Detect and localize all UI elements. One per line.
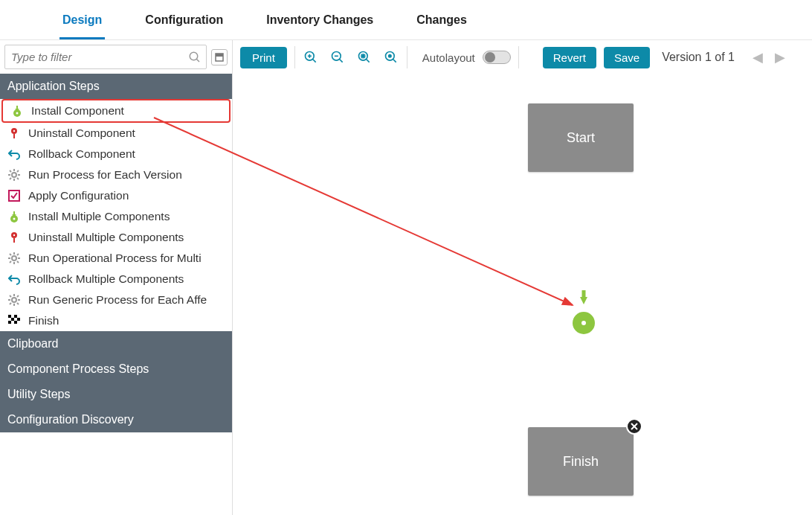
gear-icon [7,252,21,265]
svg-point-37 [12,298,16,302]
svg-line-16 [10,170,11,172]
step-label: Uninstall Multiple Components [28,231,184,244]
node-delete-button[interactable] [626,418,642,435]
node-finish[interactable]: Finish [528,427,634,496]
app-root: Design Configuration Inventory Changes C… [0,0,812,515]
version-nav: ◀ ▶ [753,49,785,65]
step-label: Run Process for Each Version [28,168,182,182]
svg-line-1 [196,59,199,62]
step-label: Install Multiple Components [28,210,170,223]
zoom-out-icon[interactable] [329,49,346,65]
svg-point-5 [16,112,19,115]
step-rollback-component[interactable]: Rollback Component [0,144,232,164]
canvas-toolbar: Print Autolayout [233,40,812,74]
version-label: Version 1 of 1 [662,51,735,64]
svg-line-66 [393,60,396,63]
tab-inventory-changes[interactable]: Inventory Changes [263,7,376,39]
uninstall-icon [7,127,21,140]
step-run-generic-process[interactable]: Run Generic Process for Each Affe [0,290,232,310]
tab-configuration[interactable]: Configuration [142,7,226,39]
section-utility-steps[interactable]: Utility Steps [0,382,232,407]
design-canvas[interactable]: Print Autolayout [233,40,812,515]
svg-point-67 [389,55,391,57]
install-icon [7,210,21,223]
svg-rect-51 [14,321,17,324]
svg-line-33 [10,254,11,255]
step-run-operational-process[interactable]: Run Operational Process for Multi [0,248,232,269]
version-prev-icon[interactable]: ◀ [753,49,763,65]
section-configuration-discovery[interactable]: Configuration Discovery [0,407,232,432]
step-rollback-multiple-components[interactable]: Rollback Multiple Components [0,269,232,290]
svg-rect-47 [14,315,17,318]
print-button[interactable]: Print [240,47,287,68]
zoom-controls [294,46,407,68]
svg-line-36 [17,254,19,255]
filter-wrap [4,45,207,69]
tab-design[interactable]: Design [59,7,105,39]
step-label: Uninstall Component [28,127,135,140]
finish-flag-icon [7,314,21,327]
step-label: Finish [28,314,59,327]
svg-line-18 [10,178,11,179]
svg-point-0 [190,52,198,60]
gear-icon [7,293,21,307]
node-label: Start [567,130,595,146]
svg-rect-46 [8,315,11,318]
svg-line-17 [17,178,19,179]
zoom-fit-icon[interactable] [356,49,373,65]
rollback-icon [7,147,21,161]
tab-changes[interactable]: Changes [413,7,470,39]
step-uninstall-multiple-components[interactable]: Uninstall Multiple Components [0,227,232,248]
section-component-process-steps[interactable]: Component Process Steps [0,356,232,382]
uninstall-icon [7,231,21,244]
main-body: Application Steps Install Component Unin… [0,40,812,515]
autolayout-toggle[interactable] [483,51,511,64]
save-button[interactable]: Save [604,47,650,68]
checklist-icon [7,189,21,202]
gear-icon [7,168,21,182]
collapse-sidebar-button[interactable] [211,49,228,65]
section-application-steps[interactable]: Application Steps [0,74,232,99]
svg-line-44 [10,303,11,304]
step-install-multiple-components[interactable]: Install Multiple Components [0,206,232,227]
svg-line-53 [312,60,315,63]
svg-rect-10 [13,134,15,138]
svg-rect-50 [8,321,11,324]
svg-point-9 [13,130,15,132]
step-label: Rollback Component [28,147,135,161]
step-label: Run Operational Process for Multi [28,252,202,265]
tab-bar: Design Configuration Inventory Changes C… [0,0,812,40]
zoom-reset-icon[interactable] [383,49,399,65]
search-icon[interactable] [187,49,203,65]
svg-point-11 [12,173,16,177]
filter-input[interactable] [5,45,187,68]
section-clipboard[interactable]: Clipboard [0,331,232,356]
svg-line-43 [17,303,19,304]
step-finish[interactable]: Finish [0,310,232,331]
step-apply-configuration[interactable]: Apply Configuration [0,185,232,206]
zoom-in-icon[interactable] [303,49,319,65]
version-next-icon[interactable]: ▶ [775,49,785,65]
svg-rect-27 [13,238,15,243]
rollback-icon [7,272,21,286]
application-steps-list: Install Component Uninstall Component Ro… [0,99,232,331]
svg-line-57 [339,60,342,63]
svg-line-34 [17,261,19,263]
autolayout-label: Autolayout [422,51,475,64]
step-run-process-each-version[interactable]: Run Process for Each Version [0,164,232,185]
svg-line-42 [10,295,11,297]
svg-line-19 [17,170,19,172]
svg-point-26 [13,234,15,236]
step-install-component[interactable]: Install Component [1,99,231,123]
step-label: Install Component [31,104,124,118]
svg-line-60 [366,60,369,63]
filter-row [0,40,232,74]
install-icon [10,104,24,118]
drop-indicator [573,312,595,334]
step-uninstall-component[interactable]: Uninstall Component [0,123,232,144]
svg-line-45 [17,295,19,297]
node-label: Finish [563,454,599,470]
node-start[interactable]: Start [528,103,634,172]
revert-button[interactable]: Revert [543,47,596,68]
svg-point-28 [12,256,16,260]
